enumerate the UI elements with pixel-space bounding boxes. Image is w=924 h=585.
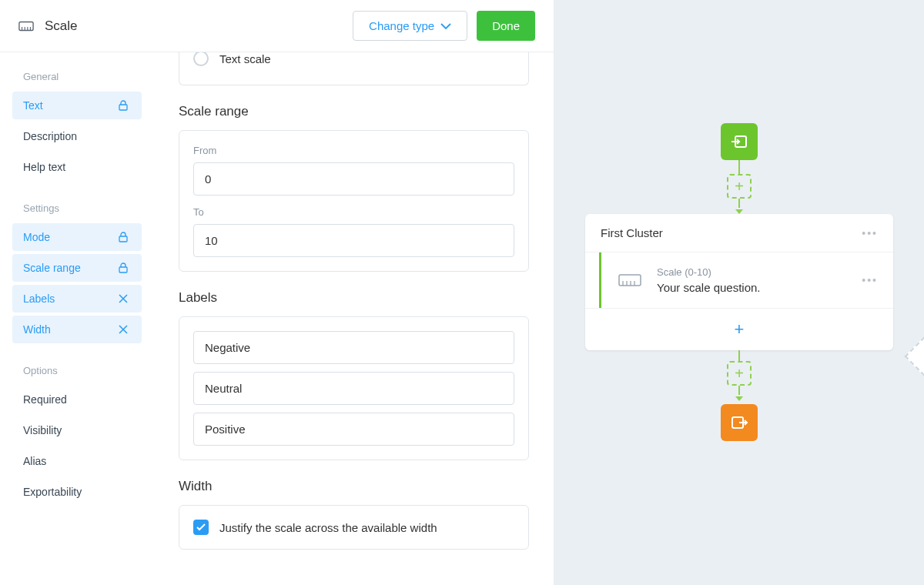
question-text: Your scale question. [657,281,848,294]
end-node[interactable] [721,404,758,441]
sidebar-item-description[interactable]: Description [12,122,142,150]
svg-rect-6 [119,236,127,242]
start-node[interactable] [721,123,758,160]
section-title-width: Width [179,479,529,494]
checkbox-icon [193,520,209,535]
lock-icon [119,262,131,274]
from-label: From [193,145,514,156]
sidebar-item-label: Help text [23,161,65,173]
page-title: Scale [45,18,78,34]
sidebar-item-label: Description [23,130,77,142]
main-form: Numeric scale Numeric scale Text scale S… [154,52,554,585]
scale-icon [18,21,34,32]
sidebar-item-label: Width [23,323,51,336]
sidebar-item-required[interactable]: Required [12,386,142,413]
sidebar-item-label: Scale range [23,262,81,274]
chevron-down-icon [440,23,451,29]
nav-group-options: Options [12,365,142,376]
editor-header: Scale Change type Done [0,0,554,52]
lock-icon [119,231,131,243]
radio-icon [193,52,209,66]
sidebar-item-label: Visibility [23,424,62,436]
sidebar-item-scale-range[interactable]: Scale range [12,254,142,282]
cluster-title: First Cluster [601,226,663,239]
svg-rect-7 [119,267,127,272]
question-type: Scale (0-10) [657,266,848,278]
justify-checkbox-row[interactable]: Justify the scale across the available w… [193,520,514,535]
add-node-button[interactable]: + [727,361,752,386]
done-label: Done [492,19,520,32]
svg-rect-5 [119,105,127,110]
add-node-button[interactable]: + [727,174,752,199]
sidebar-item-label: Exportability [23,486,82,498]
change-type-label: Change type [369,19,434,32]
sidebar-item-visibility[interactable]: Visibility [12,416,142,444]
close-icon[interactable] [119,292,131,305]
branch-slot[interactable] [905,337,924,376]
sidebar-item-text[interactable]: Text [12,92,142,119]
to-input[interactable] [193,224,514,257]
svg-rect-0 [19,22,33,30]
radio-label: Text scale [219,52,271,65]
done-button[interactable]: Done [477,11,535,41]
question-menu-icon[interactable]: ••• [862,274,878,286]
sidebar-item-exportability[interactable]: Exportability [12,478,142,506]
question-row[interactable]: Scale (0-10) Your scale question. ••• [599,252,893,308]
sidebar-item-width[interactable]: Width [12,316,142,343]
add-question-button[interactable]: + [585,308,893,350]
sidebar-item-alias[interactable]: Alias [12,447,142,475]
sidebar: General Text Description Help text Setti… [0,52,154,585]
cluster-card[interactable]: First Cluster ••• Scale (0-10) Your scal… [585,214,893,350]
lock-icon [119,99,131,112]
svg-rect-9 [619,275,641,286]
sidebar-item-label: Alias [23,455,46,467]
cluster-menu-icon[interactable]: ••• [862,227,878,239]
sidebar-item-label: Mode [23,231,50,243]
from-input[interactable] [193,162,514,196]
label-input-2[interactable] [193,413,514,446]
sidebar-item-label: Text [23,99,43,112]
close-icon[interactable] [119,323,131,336]
checkbox-label: Justify the scale across the available w… [219,521,437,534]
label-input-1[interactable] [193,372,514,405]
change-type-button[interactable]: Change type [353,11,467,41]
nav-group-settings: Settings [12,202,142,214]
sidebar-item-mode[interactable]: Mode [12,223,142,251]
sidebar-item-label: Labels [23,292,55,305]
radio-text-scale[interactable]: Text scale [193,52,514,71]
nav-group-general: General [12,71,142,82]
label-input-0[interactable] [193,331,514,364]
section-title-range: Scale range [179,104,529,119]
plus-icon: + [735,319,745,339]
scale-icon [617,274,643,286]
flow-canvas[interactable]: + First Cluster ••• Scale (0-10) Your sc… [554,0,924,585]
to-label: To [193,206,514,218]
sidebar-item-label: Required [23,393,67,406]
sidebar-item-labels[interactable]: Labels [12,285,142,313]
sidebar-item-help-text[interactable]: Help text [12,153,142,181]
section-title-labels: Labels [179,290,529,306]
